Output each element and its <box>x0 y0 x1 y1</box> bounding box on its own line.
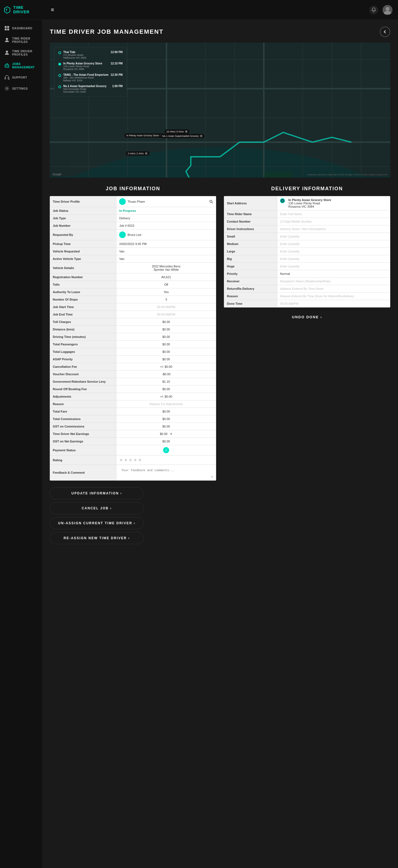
search-icon[interactable] <box>209 200 213 204</box>
rider-user-icon <box>4 38 9 42</box>
feedback-textarea[interactable] <box>119 467 213 478</box>
delivery-label-small: Small <box>224 233 277 240</box>
sidebar-item-time-driver-profiles[interactable]: TIME DRIVER PROFILES <box>0 46 42 59</box>
close-tooltip-2[interactable]: ✕ <box>185 130 188 133</box>
payment-check-icon: ✓ <box>163 447 169 453</box>
table-row-rideshare-levy: Government Rideshare Service Levy $1.10 <box>50 378 216 385</box>
svg-rect-5 <box>7 29 9 30</box>
row-label-net-earnings: Time Driver Net Earnings <box>50 430 117 438</box>
star-3[interactable]: ★ <box>129 457 132 463</box>
star-2[interactable]: ★ <box>124 457 128 463</box>
addr-line3: Rosanna VIC 3084 <box>288 205 331 208</box>
delivery-row-start-address: Start Address A In Plenty Asian Grocery … <box>224 196 390 211</box>
svg-point-12 <box>6 88 8 89</box>
delivery-value-contact: 10 Digit Mobile Number <box>277 218 390 225</box>
delivery-row-return: Return/Re-Delivery Address Entered By Ti… <box>224 285 390 292</box>
rating-stars[interactable]: ★ ★ ★ ★ ★ <box>119 457 213 463</box>
action-buttons: UPDATE INFORMATION › CANCEL JOB › UN-ASS… <box>50 487 144 544</box>
row-label-payment-status: Payment Status <box>50 445 117 456</box>
delivery-value-rider-name: Enter Full Name <box>277 211 390 218</box>
topbar: ≡ <box>42 0 398 20</box>
star-1[interactable]: ★ <box>119 457 123 463</box>
delivery-label-rider-name: Time Rider Name <box>224 211 277 218</box>
row-label-vehicle-req: Vehicle Requested <box>50 248 117 255</box>
delivery-value-return: Address Entered By Time Driver <box>277 285 390 292</box>
sidebar-label-dashboard: DASHBOARD <box>12 27 32 30</box>
re-assign-driver-button[interactable]: RE-ASSIGN NEW TIME DRIVER › <box>50 532 144 544</box>
stop-addr-4: 540 Doncaster RoadDoncaster VIC 3108 <box>63 88 110 93</box>
row-label-feedback: Feedback & Comment <box>50 465 117 480</box>
delivery-row-huge: Huge Enter Quantity <box>224 263 390 270</box>
svg-rect-3 <box>7 26 9 28</box>
stop-dot-1 <box>58 52 61 54</box>
delivery-value-instructions: Delivery Notes / Item Descriptions <box>277 225 390 233</box>
google-logo: Google <box>53 173 61 176</box>
stop-info-2: In Plenty Asian Grocery Store 135 Lower … <box>63 62 108 70</box>
star-4[interactable]: ★ <box>133 457 137 463</box>
row-label-reason: Reason <box>50 400 117 408</box>
sidebar-item-support[interactable]: SUPPORT <box>0 72 42 83</box>
user-avatar[interactable] <box>383 5 393 15</box>
large-qty-placeholder: Enter Quantity <box>280 250 299 253</box>
sidebar-item-time-rider-profiles[interactable]: TIME RIDER PROFILES <box>0 34 42 46</box>
route-stop-3: TANG - The Asian Food Emporium 280 - 282… <box>58 73 123 82</box>
un-assign-driver-button[interactable]: UN-ASSIGN CURRENT TIME DRIVER › <box>50 517 144 529</box>
cancel-job-button[interactable]: CANCEL JOB › <box>50 502 144 514</box>
earnings-chevron-icon <box>170 432 172 435</box>
table-row-gst-net: GST on Net Earnings $0.00 <box>50 438 216 445</box>
start-address-text: In Plenty Asian Grocery Store 135 Lower … <box>288 198 331 208</box>
svg-point-6 <box>6 38 8 40</box>
delivery-label-large: Large <box>224 248 277 255</box>
medium-qty-placeholder: Enter Quantity <box>280 242 299 246</box>
row-label-gst-commissions: GST on Commissions <box>50 423 117 430</box>
svg-rect-10 <box>5 78 6 79</box>
undo-done-button[interactable]: UNDO DONE › <box>224 311 390 323</box>
requester-avatar <box>119 231 126 238</box>
driver-avatar <box>119 198 126 205</box>
delivery-value-huge: Enter Quantity <box>277 263 390 270</box>
delivery-value-priority: Normal <box>277 270 390 278</box>
delivery-value-done-time: 00:00 AM/PM <box>277 300 390 308</box>
stop-info-3: TANG - The Asian Food Emporium 280 - 282… <box>63 73 108 82</box>
delivery-value-large: Enter Quantity <box>277 248 390 255</box>
sidebar-item-dashboard[interactable]: DASHBOARD <box>0 23 42 34</box>
close-tooltip-3[interactable]: ✕ <box>200 135 203 137</box>
delivery-row-instructions: Driver Instructions Delivery Notes / Ite… <box>224 225 390 233</box>
sidebar-item-settings[interactable]: SETTINGS <box>0 83 42 94</box>
table-row-reg-number: Registration Number AIL621 <box>50 274 216 281</box>
delivery-value-small: Enter Quantity <box>277 233 390 240</box>
delivery-label-contact: Contact Number <box>224 218 277 225</box>
row-value-job-type: Delivery <box>117 215 216 222</box>
big-qty-placeholder: Enter Quantity <box>280 257 299 260</box>
row-label-rideshare-levy: Government Rideshare Service Levy <box>50 378 117 385</box>
sidebar-label-rider: TIME RIDER PROFILES <box>12 37 38 43</box>
delivery-label-priority: Priority <box>224 270 277 278</box>
row-value-feedback[interactable] <box>117 465 216 480</box>
table-row-job-status: Job Status In Progress <box>50 207 216 215</box>
row-value-vehicle-details: 2022 Mercedes BenzSprinter Van White <box>117 263 216 274</box>
sidebar-label-settings: SETTINGS <box>12 87 28 90</box>
close-tooltip-4[interactable]: ✕ <box>145 152 147 155</box>
hamburger-menu[interactable]: ≡ <box>51 7 54 13</box>
driver-name-with-avatar: Thuan Pham <box>119 198 145 205</box>
table-row-distance: Distance (kms) $0.00 <box>50 326 216 333</box>
row-value-commissions: $0.00 <box>117 415 216 423</box>
star-5[interactable]: ★ <box>138 457 142 463</box>
update-information-button[interactable]: UPDATE INFORMATION › <box>50 487 144 499</box>
delivery-row-priority: Priority Normal <box>224 270 390 278</box>
stop-addr-3: 280 - 282 Whitehorse RoadBalwyn VIC 3103 <box>63 76 108 82</box>
delivery-value-big: Enter Quantity <box>277 255 390 263</box>
undo-done-label: UNDO DONE › <box>292 315 322 319</box>
sidebar-item-jobs-management[interactable]: JOBS MANAGEMENT <box>0 59 42 72</box>
row-value-total-fare: $0.00 <box>117 408 216 415</box>
table-row-net-earnings: Time Driver Net Earnings $0.00 <box>50 430 216 438</box>
table-row-job-number: Job Number Job # 6523 <box>50 222 216 229</box>
delivery-value-medium: Enter Quantity <box>277 240 390 248</box>
notification-bell[interactable] <box>369 5 378 14</box>
row-value-distance: $0.00 <box>117 326 216 333</box>
row-value-job-number: Job # 6523 <box>117 222 216 229</box>
row-value-gst-commissions: $0.00 <box>117 423 216 430</box>
table-row-gst-commissions: GST on Commissions $0.00 <box>50 423 216 430</box>
back-button[interactable] <box>380 27 390 37</box>
table-row-vehicle-requested: Vehicle Requested Van <box>50 248 216 255</box>
